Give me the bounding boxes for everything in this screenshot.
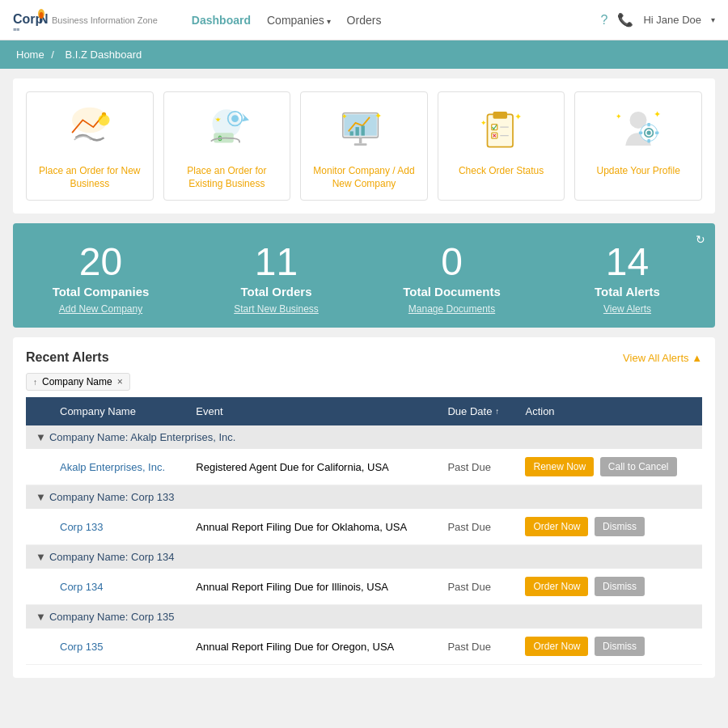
view-all-alerts-link[interactable]: View All Alerts ▲: [623, 352, 702, 364]
company-link[interactable]: Akalp Enterprises, Inc.: [60, 461, 165, 473]
row-due-date: Past Due: [438, 449, 515, 485]
action-primary-button[interactable]: Order Now: [525, 637, 588, 656]
row-due-date: Past Due: [438, 509, 515, 545]
alerts-header: Recent Alerts View All Alerts ▲: [26, 350, 702, 365]
qa-new-business[interactable]: Place an Order for New Business: [26, 91, 154, 201]
action-secondary-button[interactable]: Dismiss: [595, 577, 645, 596]
alerts-table: Company Name Event Due Date ↑ Action: [26, 397, 702, 665]
biz-zone-label: Business Information Zone: [52, 15, 158, 25]
qa-new-business-label: Place an Order for New Business: [33, 165, 146, 190]
stat-alerts: 14 Total Alerts View Alerts: [540, 223, 715, 328]
stat-orders-label: Total Orders: [195, 285, 358, 298]
stat-documents-number: 0: [370, 243, 533, 281]
stat-alerts-label: Total Alerts: [546, 285, 709, 298]
th-action: Action: [515, 397, 702, 425]
company-link[interactable]: Corp 135: [60, 641, 103, 653]
group-toggle-icon[interactable]: ▼: [36, 551, 46, 563]
filter-remove-button[interactable]: ×: [117, 376, 123, 387]
alerts-section: Recent Alerts View All Alerts ▲ ↑ Compan…: [13, 337, 715, 678]
stats-bar: ↻ 20 Total Companies Add New Company 11 …: [13, 223, 715, 328]
group-header-row: ▼Company Name: Corp 133: [26, 485, 702, 510]
action-secondary-button[interactable]: Dismiss: [595, 517, 645, 536]
qa-existing-business[interactable]: $ Place an Order for Existing Business: [163, 91, 291, 201]
th-checkbox: [26, 397, 50, 425]
main-nav: Dashboard Companies Orders: [192, 14, 601, 27]
stat-documents-link[interactable]: Manage Documents: [370, 303, 533, 315]
group-toggle-icon[interactable]: ▼: [36, 491, 46, 503]
phone-icon[interactable]: 📞: [617, 12, 633, 28]
stat-alerts-link[interactable]: View Alerts: [546, 303, 709, 315]
action-primary-button[interactable]: Order Now: [525, 577, 588, 596]
svg-text:✦: ✦: [514, 112, 521, 121]
stat-companies-number: 20: [19, 243, 182, 281]
stat-companies-link[interactable]: Add New Company: [19, 303, 182, 315]
row-checkbox-cell: [26, 569, 50, 605]
qa-order-status-label: Check Order Status: [445, 165, 558, 178]
th-company-name[interactable]: Company Name: [50, 397, 186, 425]
row-actions: Order Now Dismiss: [515, 629, 702, 665]
new-business-icon: [33, 102, 146, 159]
svg-rect-20: [359, 138, 362, 143]
action-primary-button[interactable]: Order Now: [525, 517, 588, 536]
row-checkbox-cell: [26, 629, 50, 665]
filter-tag: ↑ Company Name ×: [26, 373, 130, 391]
svg-text:✦: ✦: [480, 119, 486, 127]
header: Corp N ≡≡ Business Information Zone Dash…: [0, 0, 728, 40]
row-company-name: Akalp Enterprises, Inc.: [50, 449, 186, 485]
row-actions: Order Now Dismiss: [515, 569, 702, 605]
qa-update-profile-label: Update Your Profile: [582, 165, 695, 178]
nav-dashboard[interactable]: Dashboard: [192, 14, 251, 27]
company-link[interactable]: Corp 133: [60, 521, 103, 533]
svg-rect-21: [354, 143, 367, 146]
stat-orders-number: 11: [195, 243, 358, 281]
qa-order-status[interactable]: ✦ ✦ Check Order Status: [438, 91, 565, 201]
stat-alerts-number: 14: [546, 243, 709, 281]
stat-documents-label: Total Documents: [370, 285, 533, 298]
qa-monitor-company[interactable]: ✦ ✦ Monitor Company / Add New Company: [300, 91, 428, 201]
row-actions: Order Now Dismiss: [515, 509, 702, 545]
svg-rect-17: [349, 131, 353, 135]
action-secondary-button[interactable]: Call to Cancel: [600, 457, 677, 476]
svg-rect-24: [487, 114, 513, 146]
action-secondary-button[interactable]: Dismiss: [595, 637, 645, 656]
nav-orders[interactable]: Orders: [347, 14, 382, 27]
table-row: Corp 135 Annual Report Filing Due for Or…: [26, 629, 702, 665]
row-event: Registered Agent Due for California, USA: [186, 449, 438, 485]
header-right: ? 📞 Hi Jane Doe ▾: [601, 12, 715, 28]
nav-companies[interactable]: Companies: [267, 14, 331, 27]
svg-rect-40: [639, 131, 642, 134]
svg-rect-18: [355, 127, 358, 136]
user-dropdown-arrow[interactable]: ▾: [711, 15, 715, 24]
stat-orders-link[interactable]: Start New Business: [195, 303, 358, 315]
group-header-row: ▼Company Name: Corp 135: [26, 605, 702, 629]
svg-rect-39: [648, 139, 651, 142]
group-toggle-icon[interactable]: ▼: [36, 431, 46, 443]
th-due-date[interactable]: Due Date ↑: [438, 397, 515, 425]
group-toggle-icon[interactable]: ▼: [36, 611, 46, 623]
quick-actions-panel: Place an Order for New Business $ Place …: [13, 78, 715, 214]
svg-point-3: [40, 12, 44, 19]
breadcrumb-separator: /: [51, 49, 54, 61]
row-event: Annual Report Filing Due for Oregon, USA: [186, 629, 438, 665]
action-primary-button[interactable]: Renew Now: [525, 457, 594, 476]
svg-marker-13: [243, 112, 250, 121]
row-checkbox-cell: [26, 509, 50, 545]
stat-companies-label: Total Companies: [19, 285, 182, 298]
monitor-company-icon: ✦ ✦: [307, 102, 421, 159]
qa-monitor-company-label: Monitor Company / Add New Company: [307, 165, 421, 190]
svg-rect-41: [655, 131, 658, 134]
th-event[interactable]: Event: [186, 397, 438, 425]
qa-update-profile[interactable]: ✦ ✦ Update Your Profile: [574, 91, 702, 201]
svg-point-10: [232, 115, 239, 122]
svg-rect-38: [648, 122, 651, 125]
svg-rect-19: [361, 125, 364, 135]
company-link[interactable]: Corp 134: [60, 581, 103, 593]
refresh-icon[interactable]: ↻: [696, 233, 705, 246]
svg-point-7: [98, 114, 109, 125]
existing-business-icon: $: [171, 102, 284, 159]
help-icon[interactable]: ?: [601, 13, 608, 28]
svg-text:≡≡: ≡≡: [13, 27, 19, 32]
stat-documents: 0 Total Documents Manage Documents: [364, 223, 540, 328]
stat-orders: 11 Total Orders Start New Business: [188, 223, 364, 328]
breadcrumb-home[interactable]: Home: [16, 49, 44, 61]
